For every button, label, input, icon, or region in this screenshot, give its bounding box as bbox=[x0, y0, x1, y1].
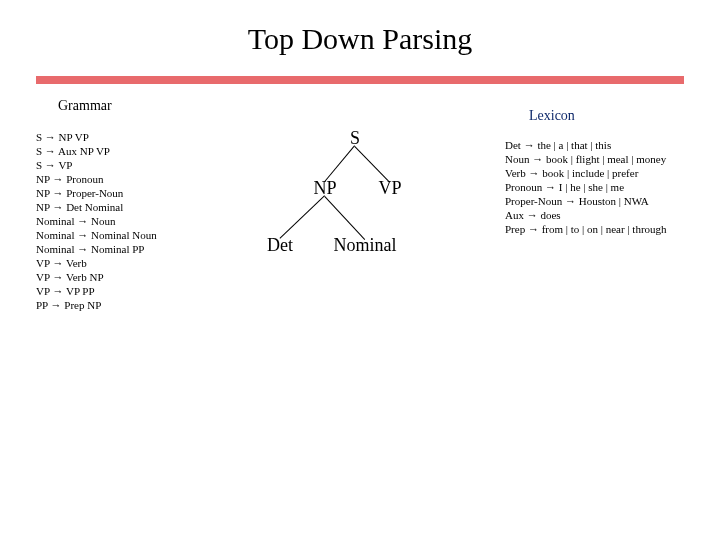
page-title: Top Down Parsing bbox=[0, 22, 720, 56]
tree-edge bbox=[324, 145, 355, 182]
title-underline bbox=[36, 76, 684, 84]
grammar-rule: NP → Pronoun bbox=[36, 172, 157, 186]
lexicon-rule: Aux → does bbox=[505, 208, 667, 222]
grammar-rule: PP → Prep NP bbox=[36, 298, 157, 312]
grammar-rule: VP → VP PP bbox=[36, 284, 157, 298]
grammar-rule: Nominal → Nominal Noun bbox=[36, 228, 157, 242]
lexicon-heading: Lexicon bbox=[529, 108, 575, 124]
lexicon-rule: Prep → from | to | on | near | through bbox=[505, 222, 667, 236]
grammar-rule: S → NP VP bbox=[36, 130, 157, 144]
lexicon-rules: Det → the | a | that | thisNoun → book |… bbox=[505, 138, 667, 236]
grammar-rule: S → Aux NP VP bbox=[36, 144, 157, 158]
grammar-rule: Nominal → Noun bbox=[36, 214, 157, 228]
parse-tree: SNPVPDetNominal bbox=[245, 120, 475, 280]
grammar-rule: Nominal → Nominal PP bbox=[36, 242, 157, 256]
grammar-rule: NP → Det Nominal bbox=[36, 200, 157, 214]
grammar-rule: S → VP bbox=[36, 158, 157, 172]
lexicon-rule: Pronoun → I | he | she | me bbox=[505, 180, 667, 194]
grammar-rules: S → NP VPS → Aux NP VPS → VPNP → Pronoun… bbox=[36, 130, 157, 312]
tree-node-nominal: Nominal bbox=[334, 235, 397, 256]
tree-edge bbox=[279, 195, 325, 239]
grammar-rule: VP → Verb NP bbox=[36, 270, 157, 284]
lexicon-rule: Proper-Noun → Houston | NWA bbox=[505, 194, 667, 208]
lexicon-rule: Verb → book | include | prefer bbox=[505, 166, 667, 180]
tree-node-s: S bbox=[350, 128, 360, 149]
lexicon-rule: Noun → book | flight | meal | money bbox=[505, 152, 667, 166]
tree-edge bbox=[324, 196, 365, 240]
tree-node-np: NP bbox=[313, 178, 336, 199]
grammar-rule: VP → Verb bbox=[36, 256, 157, 270]
grammar-heading: Grammar bbox=[58, 98, 112, 114]
grammar-rule: NP → Proper-Noun bbox=[36, 186, 157, 200]
tree-node-vp: VP bbox=[378, 178, 401, 199]
lexicon-rule: Det → the | a | that | this bbox=[505, 138, 667, 152]
tree-node-det: Det bbox=[267, 235, 293, 256]
